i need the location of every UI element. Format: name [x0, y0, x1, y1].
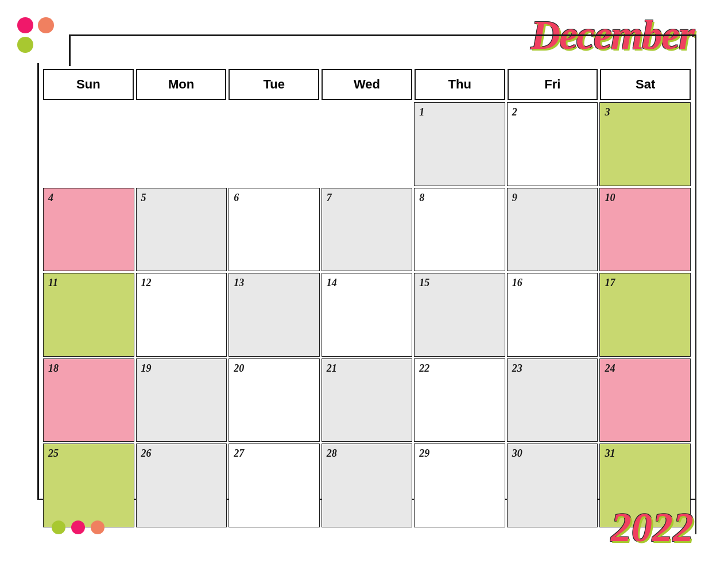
date-16: 16 — [512, 277, 522, 289]
cell-dec-10: 10 — [599, 188, 691, 272]
date-13: 13 — [234, 277, 244, 289]
date-7: 7 — [327, 192, 332, 204]
cell-empty-2 — [136, 102, 227, 186]
cell-dec-8: 8 — [414, 188, 505, 272]
cell-dec-23: 23 — [507, 358, 598, 442]
date-31: 31 — [605, 448, 615, 460]
cell-dec-2: 2 — [507, 102, 598, 186]
calendar: Sun Mon Tue Wed Thu Fri Sat 1 2 3 4 5 6 — [43, 69, 691, 540]
date-5: 5 — [141, 192, 146, 204]
date-4: 4 — [48, 192, 53, 204]
cell-dec-15: 15 — [414, 273, 505, 357]
cell-dec-9: 9 — [507, 188, 598, 272]
calendar-grid: 1 2 3 4 5 6 7 8 9 10 11 — [43, 102, 691, 527]
cell-dec-19: 19 — [136, 358, 227, 442]
cell-dec-18: 18 — [43, 358, 134, 442]
date-10: 10 — [605, 192, 615, 204]
cell-dec-20: 20 — [229, 358, 320, 442]
cell-dec-14: 14 — [322, 273, 413, 357]
dot-salmon-bottom — [91, 520, 104, 534]
day-header-wed: Wed — [322, 69, 412, 100]
cell-dec-5: 5 — [136, 188, 227, 272]
year-title: 2022 — [611, 504, 694, 552]
date-22: 22 — [419, 363, 429, 375]
date-14: 14 — [327, 277, 337, 289]
cell-dec-4: 4 — [43, 188, 134, 272]
day-header-sat: Sat — [600, 69, 691, 100]
day-header-mon: Mon — [136, 69, 227, 100]
date-20: 20 — [234, 363, 244, 375]
cell-dec-24: 24 — [599, 358, 691, 442]
date-8: 8 — [419, 192, 424, 204]
date-19: 19 — [141, 363, 152, 375]
date-11: 11 — [48, 277, 58, 289]
dots-bottom-left — [52, 520, 104, 534]
date-3: 3 — [605, 106, 610, 118]
cell-dec-25: 25 — [43, 444, 134, 527]
frame-line-top — [69, 34, 696, 36]
day-header-sun: Sun — [43, 69, 134, 100]
cell-dec-7: 7 — [322, 188, 413, 272]
date-6: 6 — [234, 192, 239, 204]
date-12: 12 — [141, 277, 152, 289]
cell-dec-21: 21 — [322, 358, 413, 442]
date-9: 9 — [512, 192, 517, 204]
calendar-header: Sun Mon Tue Wed Thu Fri Sat — [43, 69, 691, 100]
date-28: 28 — [327, 448, 337, 460]
cell-dec-1: 1 — [414, 102, 505, 186]
cell-dec-30: 30 — [507, 444, 598, 527]
cell-dec-29: 29 — [414, 444, 505, 527]
frame-line-left-bottom — [37, 63, 39, 500]
date-15: 15 — [419, 277, 429, 289]
date-18: 18 — [48, 363, 59, 375]
date-25: 25 — [48, 448, 59, 460]
day-header-fri: Fri — [508, 69, 598, 100]
cell-dec-22: 22 — [414, 358, 505, 442]
dot-lime-bottom — [52, 520, 65, 534]
day-header-tue: Tue — [229, 69, 319, 100]
day-header-thu: Thu — [415, 69, 505, 100]
dot-pink-top — [17, 17, 33, 33]
dot-pink-bottom — [71, 520, 85, 534]
cell-dec-6: 6 — [229, 188, 320, 272]
date-27: 27 — [234, 448, 244, 460]
cell-dec-12: 12 — [136, 273, 227, 357]
dots-top-left — [17, 17, 54, 53]
date-26: 26 — [141, 448, 152, 460]
cell-empty-4 — [322, 102, 413, 186]
cell-dec-28: 28 — [322, 444, 413, 527]
cell-dec-27: 27 — [229, 444, 320, 527]
date-29: 29 — [419, 448, 429, 460]
date-2: 2 — [512, 106, 517, 118]
dot-salmon-top — [38, 17, 54, 33]
date-23: 23 — [512, 363, 522, 375]
cell-dec-11: 11 — [43, 273, 134, 357]
date-17: 17 — [605, 277, 615, 289]
date-30: 30 — [512, 448, 522, 460]
dot-lime-top — [17, 37, 33, 53]
cell-dec-3: 3 — [599, 102, 691, 186]
cell-dec-13: 13 — [229, 273, 320, 357]
date-21: 21 — [327, 363, 337, 375]
cell-dec-26: 26 — [136, 444, 227, 527]
cell-dec-16: 16 — [507, 273, 598, 357]
cell-empty-3 — [229, 102, 320, 186]
cell-empty-1 — [43, 102, 134, 186]
frame-line-left-top — [69, 34, 71, 66]
cell-dec-17: 17 — [599, 273, 691, 357]
date-1: 1 — [419, 106, 424, 118]
date-24: 24 — [605, 363, 615, 375]
frame-line-right — [695, 34, 697, 534]
